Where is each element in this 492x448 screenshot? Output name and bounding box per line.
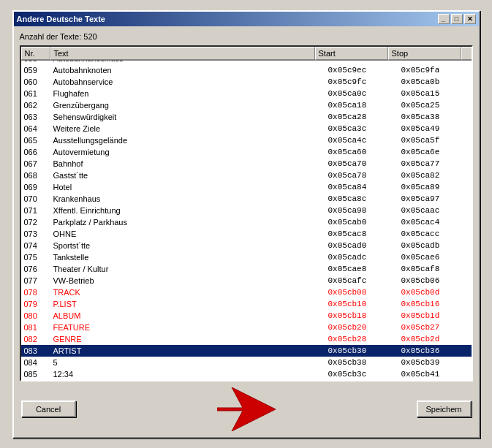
footer: Cancel Speichem xyxy=(20,387,473,431)
table-row[interactable]: 085 12:34 0x05cb3c 0x05cb41 xyxy=(21,368,472,380)
main-window: Andere Deutsche Texte _ □ ✕ Anzahl der T… xyxy=(12,10,480,438)
cell-text: TRACK xyxy=(50,286,325,298)
table-row[interactable]: 065 Ausstellungsgelände 0x05ca4c 0x05ca5… xyxy=(21,134,472,146)
cell-nr: 069 xyxy=(21,181,50,193)
cell-text: GENRE xyxy=(50,333,325,345)
col-start: Start xyxy=(315,47,388,60)
cell-start: 0x05cb3c xyxy=(325,368,398,380)
cell-nr: 082 xyxy=(21,333,50,345)
table-row[interactable]: 072 Parkplatz / Parkhaus 0x05cab0 0x05ca… xyxy=(21,216,472,228)
cell-nr: 081 xyxy=(21,322,50,333)
cell-nr: 076 xyxy=(21,263,50,275)
cell-nr: 064 xyxy=(21,123,50,134)
cell-text: 12:34 xyxy=(50,368,325,380)
cell-stop: 0x05cb41 xyxy=(398,368,472,380)
cell-nr: 077 xyxy=(21,275,50,286)
cell-stop: 0x05caac xyxy=(398,205,472,216)
cell-stop: 0x05cadb xyxy=(398,240,472,251)
table-row[interactable]: 071 Xffentl. Einrichtung 0x05ca98 0x05ca… xyxy=(21,205,472,216)
cell-stop: 0x05ca38 xyxy=(398,111,472,123)
cell-nr: 059 xyxy=(21,64,50,76)
title-bar-text: Andere Deutsche Texte xyxy=(17,15,105,23)
cell-nr: 068 xyxy=(21,170,50,181)
table-header: Nr. Text Start Stop xyxy=(21,47,472,61)
table-row[interactable]: 074 Sportst´tte 0x05cad0 0x05cadb xyxy=(21,240,472,251)
cell-stop: 0x05cb0d xyxy=(398,286,472,298)
cell-start: 0x05cb28 xyxy=(325,333,398,345)
table-row[interactable]: 078 TRACK 0x05cb08 0x05cb0d xyxy=(21,286,472,298)
table-row[interactable]: 067 Bahnhof 0x05ca70 0x05ca77 xyxy=(21,158,472,170)
close-button[interactable]: ✕ xyxy=(464,14,476,24)
cell-text: Autobahnknoten xyxy=(50,64,325,76)
cell-stop: 0x05ca5f xyxy=(398,134,472,146)
cell-nr: 085 xyxy=(21,368,50,380)
cell-text: Parkplatz / Parkhaus xyxy=(50,216,325,228)
cell-nr: 062 xyxy=(21,99,50,111)
table-row[interactable]: 061 Flughafen 0x05ca0c 0x05ca15 xyxy=(21,88,472,99)
cell-text: Sehenswürdigkeit xyxy=(50,111,325,123)
cell-nr: 080 xyxy=(21,310,50,322)
cell-stop: 0x05cb16 xyxy=(398,298,472,310)
cell-text: VW-Betrieb xyxy=(50,275,325,286)
cancel-button[interactable]: Cancel xyxy=(21,400,76,417)
table-row[interactable]: 064 Weitere Ziele 0x05ca3c 0x05ca49 xyxy=(21,123,472,134)
table-row[interactable]: 073 OHNE 0x05cac8 0x05cacc xyxy=(21,228,472,240)
cell-start: 0x05cac8 xyxy=(325,228,398,240)
cell-start: 0x05ca8c xyxy=(325,193,398,205)
table-row[interactable]: 060 Autobahnservice 0x05c9fc 0x05ca0b xyxy=(21,76,472,88)
info-text: Anzahl der Texte: 520 xyxy=(20,32,473,41)
table-row[interactable]: 070 Krankenhaus 0x05ca8c 0x05ca97 xyxy=(21,193,472,205)
cell-nr: 067 xyxy=(21,158,50,170)
cell-start: 0x05cad0 xyxy=(325,240,398,251)
table-row[interactable]: 075 Tankstelle 0x05cadc 0x05cae6 xyxy=(21,251,472,263)
table-row[interactable]: 069 Hotel 0x05ca84 0x05ca89 xyxy=(21,181,472,193)
cell-start: 0x05c9ec xyxy=(325,64,398,76)
cell-start: 0x05ca60 xyxy=(325,146,398,158)
table-row[interactable]: 066 Autovermietung 0x05ca60 0x05ca6e xyxy=(21,146,472,158)
cell-text: Sportst´tte xyxy=(50,240,325,251)
cell-start: 0x05ca78 xyxy=(325,170,398,181)
cell-text: Gastst´tte xyxy=(50,170,325,181)
cell-text: Autobahnservice xyxy=(50,76,325,88)
svg-marker-0 xyxy=(217,387,276,431)
cell-text: Hotel xyxy=(50,181,325,193)
cell-start: 0x05cae8 xyxy=(325,263,398,275)
cell-text: Weitere Ziele xyxy=(50,123,325,134)
cell-stop: 0x05cb06 xyxy=(398,275,472,286)
table-row[interactable]: 068 Gastst´tte 0x05ca78 0x05ca82 xyxy=(21,170,472,181)
cell-start: 0x05cb20 xyxy=(325,322,398,333)
cell-start: 0x05cb38 xyxy=(325,357,398,368)
table-row[interactable]: 083 ARTIST 0x05cb30 0x05cb36 xyxy=(21,345,472,357)
table-row[interactable]: 080 ALBUM 0x05cb18 0x05cb1d xyxy=(21,310,472,322)
cell-start: 0x05ca18 xyxy=(325,99,398,111)
arrow-container xyxy=(76,387,417,431)
cell-start: 0x05cb10 xyxy=(325,298,398,310)
cell-text: Flughafen xyxy=(50,88,325,99)
table-body[interactable]: 050 Umgehung mittel 0x05c95c 0x05c96b 05… xyxy=(21,61,472,380)
minimize-button[interactable]: _ xyxy=(438,14,450,24)
cell-start: 0x05cafc xyxy=(325,275,398,286)
title-bar-controls: _ □ ✕ xyxy=(438,14,476,24)
cell-text: FEATURE xyxy=(50,322,325,333)
cell-start: 0x05ca98 xyxy=(325,205,398,216)
table-row[interactable]: 063 Sehenswürdigkeit 0x05ca28 0x05ca38 xyxy=(21,111,472,123)
cell-text: 5 xyxy=(50,357,325,368)
cell-text: ALBUM xyxy=(50,310,325,322)
table-row[interactable]: 062 Grenzübergang 0x05ca18 0x05ca25 xyxy=(21,99,472,111)
table-row[interactable]: 076 Theater / Kultur 0x05cae8 0x05caf8 xyxy=(21,263,472,275)
cell-nr: 060 xyxy=(21,76,50,88)
table-row[interactable]: 081 FEATURE 0x05cb20 0x05cb27 xyxy=(21,322,472,333)
cell-stop: 0x05caf8 xyxy=(398,263,472,275)
cell-nr: 073 xyxy=(21,228,50,240)
window-title: Andere Deutsche Texte xyxy=(17,15,105,23)
table-row[interactable]: 059 Autobahnknoten 0x05c9ec 0x05c9fa xyxy=(21,64,472,76)
maximize-button[interactable]: □ xyxy=(451,14,463,24)
table-row[interactable]: 082 GENRE 0x05cb28 0x05cb2d xyxy=(21,333,472,345)
table-row[interactable]: 077 VW-Betrieb 0x05cafc 0x05cb06 xyxy=(21,275,472,286)
table-row[interactable]: 084 5 0x05cb38 0x05cb39 xyxy=(21,357,472,368)
cell-stop: 0x05cb2d xyxy=(398,333,472,345)
cell-text: ARTIST xyxy=(50,345,325,357)
table-row[interactable]: 079 P.LIST 0x05cb10 0x05cb16 xyxy=(21,298,472,310)
cell-text: Xffentl. Einrichtung xyxy=(50,205,325,216)
save-button[interactable]: Speichem xyxy=(417,400,472,417)
